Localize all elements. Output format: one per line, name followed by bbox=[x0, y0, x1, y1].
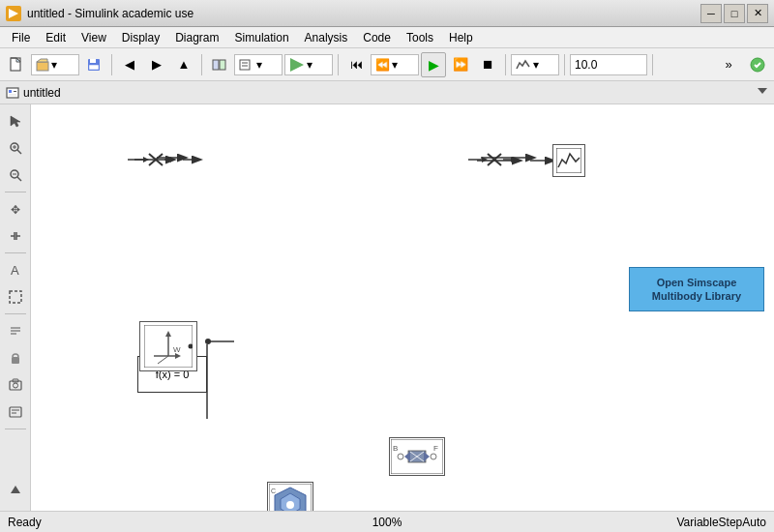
select-tool[interactable] bbox=[3, 108, 28, 133]
rigid-body-transform-block[interactable]: C bbox=[267, 482, 313, 511]
separator-3 bbox=[338, 54, 339, 75]
svg-text:B: B bbox=[393, 444, 398, 453]
scope-block[interactable] bbox=[552, 144, 585, 177]
status-indicator bbox=[745, 52, 770, 77]
main-area: ✥ A bbox=[0, 104, 774, 511]
close-button[interactable]: ✕ bbox=[747, 4, 768, 23]
separator-2 bbox=[201, 54, 202, 75]
svg-point-42 bbox=[13, 383, 17, 388]
simulink-icon bbox=[6, 6, 21, 21]
separator-4 bbox=[505, 54, 506, 75]
menubar: File Edit View Display Diagram Simulatio… bbox=[0, 27, 774, 48]
svg-marker-22 bbox=[758, 88, 767, 94]
svg-rect-36 bbox=[10, 291, 21, 303]
svg-rect-19 bbox=[9, 90, 12, 93]
svg-marker-69 bbox=[511, 157, 515, 163]
route-tool[interactable] bbox=[3, 223, 28, 249]
separator-6 bbox=[652, 54, 653, 75]
stop-button[interactable]: ⏹ bbox=[475, 52, 500, 77]
svg-point-101 bbox=[286, 501, 294, 509]
menu-diagram[interactable]: Diagram bbox=[167, 27, 226, 47]
pan-tool[interactable]: ✥ bbox=[3, 196, 28, 222]
svg-marker-16 bbox=[290, 58, 304, 72]
lt-sep-3 bbox=[5, 313, 26, 314]
back-button[interactable]: ◀ bbox=[117, 52, 142, 77]
svg-rect-13 bbox=[240, 60, 250, 70]
zoom-in-tool[interactable] bbox=[3, 135, 28, 161]
up-button[interactable]: ▲ bbox=[171, 52, 196, 77]
status-zoom: 100% bbox=[260, 516, 513, 529]
port-label-tool[interactable] bbox=[3, 318, 28, 343]
svg-rect-6 bbox=[37, 62, 48, 71]
svg-text:F: F bbox=[433, 444, 438, 453]
svg-line-24 bbox=[17, 150, 21, 154]
step-back-dropdown[interactable]: ⏪▾ bbox=[371, 54, 419, 75]
svg-rect-40 bbox=[12, 357, 19, 364]
svg-marker-59 bbox=[143, 157, 149, 163]
lt-sep-2 bbox=[5, 252, 26, 253]
data-inspector-dropdown[interactable]: ▾ bbox=[511, 54, 559, 75]
zoom-dropdown[interactable]: ▾ bbox=[234, 54, 283, 75]
breadcrumb-expand-icon[interactable] bbox=[757, 85, 768, 97]
model-icon bbox=[6, 86, 19, 100]
run-button[interactable]: ▶ bbox=[421, 52, 446, 77]
maximize-button[interactable]: □ bbox=[724, 4, 745, 23]
menu-display[interactable]: Display bbox=[114, 27, 167, 47]
svg-rect-11 bbox=[213, 60, 219, 70]
step-forward-button[interactable]: ⏩ bbox=[448, 52, 473, 77]
svg-text:✥: ✥ bbox=[11, 203, 20, 216]
svg-text:W: W bbox=[173, 345, 181, 354]
svg-rect-70 bbox=[556, 148, 581, 173]
more-button[interactable]: » bbox=[716, 52, 741, 77]
menu-simulation[interactable]: Simulation bbox=[227, 27, 297, 47]
save-button[interactable] bbox=[81, 52, 106, 77]
menu-analysis[interactable]: Analysis bbox=[297, 27, 356, 47]
fit-dropdown[interactable]: ▾ bbox=[284, 54, 333, 75]
sim-time-input[interactable] bbox=[570, 54, 647, 75]
svg-line-28 bbox=[17, 177, 21, 181]
menu-help[interactable]: Help bbox=[441, 27, 481, 47]
menu-code[interactable]: Code bbox=[355, 27, 399, 47]
open-dropdown[interactable]: ▾ bbox=[31, 54, 79, 75]
property-tool[interactable] bbox=[3, 399, 28, 425]
canvas[interactable]: Open Simscape Multibody Library f(x) = 0… bbox=[31, 104, 774, 511]
toolbar: ▾ ◀ ▶ ▲ ▾ ▾ ⏮ ⏪▾ ▶ ⏩ ⏹ ▾ » bbox=[0, 48, 774, 81]
separator-5 bbox=[564, 54, 565, 75]
menu-tools[interactable]: Tools bbox=[399, 27, 441, 47]
svg-text:A: A bbox=[11, 263, 19, 277]
titlebar: untitled - Simulink academic use ─ □ ✕ bbox=[0, 0, 774, 27]
svg-marker-47 bbox=[11, 486, 20, 493]
breadcrumb-model[interactable]: untitled bbox=[23, 86, 61, 100]
menu-file[interactable]: File bbox=[4, 27, 38, 47]
menu-view[interactable]: View bbox=[74, 27, 114, 47]
breadcrumb-bar: untitled bbox=[0, 81, 774, 104]
window-controls[interactable]: ─ □ ✕ bbox=[700, 4, 768, 23]
separator-1 bbox=[111, 54, 112, 75]
svg-rect-9 bbox=[90, 59, 96, 63]
annotation-tool[interactable]: A bbox=[3, 257, 28, 282]
rigid-body-joint-block[interactable]: B F bbox=[389, 437, 445, 476]
svg-rect-18 bbox=[7, 88, 18, 98]
area-tool[interactable] bbox=[3, 284, 28, 310]
open-simscape-button[interactable]: Open Simscape Multibody Library bbox=[629, 267, 764, 311]
menu-edit[interactable]: Edit bbox=[38, 27, 74, 47]
screenshot-tool[interactable] bbox=[3, 372, 28, 398]
svg-point-51 bbox=[205, 339, 211, 344]
lock-tool[interactable] bbox=[3, 345, 28, 370]
minimize-button[interactable]: ─ bbox=[700, 4, 722, 23]
left-toolbar: ✥ A bbox=[0, 104, 31, 511]
mux-symbol-right bbox=[468, 147, 515, 172]
window-title: untitled - Simulink academic use bbox=[27, 7, 695, 20]
library-button[interactable] bbox=[207, 52, 232, 77]
zoom-out-tool[interactable] bbox=[3, 163, 28, 188]
lt-expand-button[interactable] bbox=[3, 478, 28, 503]
lt-sep-4 bbox=[5, 429, 26, 429]
world-frame-block[interactable]: W bbox=[139, 321, 197, 371]
statusbar: Ready 100% VariableStepAuto bbox=[0, 511, 774, 532]
mux-symbol-left bbox=[128, 147, 174, 172]
svg-marker-7 bbox=[37, 59, 47, 62]
restart-button[interactable]: ⏮ bbox=[343, 52, 369, 77]
forward-button[interactable]: ▶ bbox=[144, 52, 169, 77]
new-button[interactable] bbox=[4, 52, 29, 77]
lt-sep-1 bbox=[5, 192, 26, 192]
